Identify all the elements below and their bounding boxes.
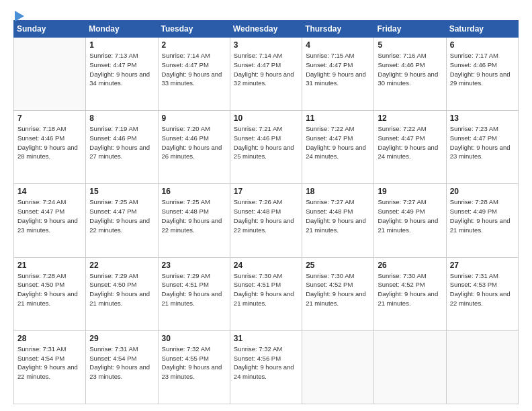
sunrise-text: Sunrise: 7:14 AM (162, 51, 226, 60)
calendar-cell (446, 330, 518, 404)
calendar-cell: 29 Sunrise: 7:31 AM Sunset: 4:54 PM Dayl… (86, 330, 158, 404)
col-header-monday: Monday (86, 21, 158, 38)
sunrise-text: Sunrise: 7:19 AM (89, 124, 154, 134)
sunrise-text: Sunrise: 7:27 AM (378, 197, 442, 207)
sunrise-text: Sunrise: 7:30 AM (234, 271, 298, 281)
sunrise-text: Sunrise: 7:31 AM (89, 345, 154, 354)
calendar-cell: 12 Sunrise: 7:22 AM Sunset: 4:47 PM Dayl… (374, 111, 446, 184)
page: SundayMondayTuesdayWednesdayThursdayFrid… (0, 0, 532, 411)
col-header-saturday: Saturday (446, 21, 518, 38)
calendar-week-row: 21 Sunrise: 7:28 AM Sunset: 4:50 PM Dayl… (14, 257, 519, 330)
sunset-text: Sunset: 4:47 PM (17, 207, 82, 216)
daylight-text: Daylight: 9 hours and 22 minutes. (450, 289, 515, 308)
daylight-text: Daylight: 9 hours and 29 minutes. (450, 70, 515, 89)
day-number: 25 (306, 261, 370, 270)
calendar-cell: 18 Sunrise: 7:27 AM Sunset: 4:48 PM Dayl… (302, 184, 374, 257)
sunset-text: Sunset: 4:47 PM (306, 134, 370, 143)
calendar-cell: 27 Sunrise: 7:31 AM Sunset: 4:53 PM Dayl… (446, 257, 518, 330)
sunset-text: Sunset: 4:49 PM (378, 207, 442, 216)
calendar-cell (374, 330, 446, 404)
calendar-cell: 6 Sunrise: 7:17 AM Sunset: 4:46 PM Dayli… (446, 38, 518, 111)
calendar-cell: 17 Sunrise: 7:26 AM Sunset: 4:48 PM Dayl… (230, 184, 302, 257)
day-number: 20 (450, 187, 515, 196)
sunset-text: Sunset: 4:48 PM (162, 207, 226, 216)
sunrise-text: Sunrise: 7:28 AM (450, 197, 515, 207)
day-number: 19 (378, 187, 442, 196)
day-number: 16 (162, 187, 226, 196)
sunset-text: Sunset: 4:51 PM (162, 280, 226, 289)
day-number: 27 (450, 261, 515, 270)
calendar-cell: 25 Sunrise: 7:30 AM Sunset: 4:52 PM Dayl… (302, 257, 374, 330)
calendar-cell: 2 Sunrise: 7:14 AM Sunset: 4:47 PM Dayli… (158, 38, 230, 111)
calendar-week-row: 7 Sunrise: 7:18 AM Sunset: 4:46 PM Dayli… (14, 111, 519, 184)
day-number: 26 (378, 261, 442, 270)
day-number: 10 (234, 113, 298, 123)
sunrise-text: Sunrise: 7:21 AM (234, 124, 298, 134)
calendar-cell: 9 Sunrise: 7:20 AM Sunset: 4:46 PM Dayli… (158, 111, 230, 184)
daylight-text: Daylight: 9 hours and 21 minutes. (378, 289, 442, 308)
calendar-cell: 13 Sunrise: 7:23 AM Sunset: 4:47 PM Dayl… (446, 111, 518, 184)
daylight-text: Daylight: 9 hours and 21 minutes. (234, 289, 298, 308)
sunset-text: Sunset: 4:52 PM (306, 280, 370, 289)
sunrise-text: Sunrise: 7:20 AM (162, 124, 226, 134)
day-number: 5 (378, 40, 442, 50)
day-number: 22 (89, 261, 154, 270)
daylight-text: Daylight: 9 hours and 23 minutes. (17, 216, 82, 235)
daylight-text: Daylight: 9 hours and 21 minutes. (17, 289, 82, 308)
sunrise-text: Sunrise: 7:30 AM (306, 271, 370, 281)
sunset-text: Sunset: 4:56 PM (234, 354, 298, 363)
day-number: 11 (306, 113, 370, 123)
calendar-header-row: SundayMondayTuesdayWednesdayThursdayFrid… (14, 21, 519, 38)
sunset-text: Sunset: 4:49 PM (450, 207, 515, 216)
calendar-cell: 21 Sunrise: 7:28 AM Sunset: 4:50 PM Dayl… (14, 257, 86, 330)
sunset-text: Sunset: 4:46 PM (89, 134, 154, 143)
sunrise-text: Sunrise: 7:16 AM (378, 51, 442, 60)
day-number: 23 (162, 261, 226, 270)
calendar-table: SundayMondayTuesdayWednesdayThursdayFrid… (13, 20, 519, 404)
daylight-text: Daylight: 9 hours and 21 minutes. (162, 289, 226, 308)
daylight-text: Daylight: 9 hours and 31 minutes. (306, 70, 370, 89)
sunset-text: Sunset: 4:47 PM (378, 134, 442, 143)
daylight-text: Daylight: 9 hours and 21 minutes. (306, 216, 370, 235)
col-header-sunday: Sunday (14, 21, 86, 38)
day-number: 8 (89, 113, 154, 123)
sunrise-text: Sunrise: 7:22 AM (378, 124, 442, 134)
day-number: 31 (234, 334, 298, 343)
daylight-text: Daylight: 9 hours and 22 minutes. (234, 216, 298, 235)
calendar-cell: 23 Sunrise: 7:29 AM Sunset: 4:51 PM Dayl… (158, 257, 230, 330)
calendar-cell: 11 Sunrise: 7:22 AM Sunset: 4:47 PM Dayl… (302, 111, 374, 184)
svg-marker-0 (15, 11, 24, 21)
logo-flag-icon (13, 11, 26, 23)
daylight-text: Daylight: 9 hours and 30 minutes. (378, 70, 442, 89)
sunrise-text: Sunrise: 7:29 AM (89, 271, 154, 281)
sunrise-text: Sunrise: 7:31 AM (17, 345, 82, 354)
day-number: 13 (450, 113, 515, 123)
sunset-text: Sunset: 4:47 PM (162, 60, 226, 70)
sunrise-text: Sunrise: 7:17 AM (450, 51, 515, 60)
sunset-text: Sunset: 4:54 PM (17, 354, 82, 363)
daylight-text: Daylight: 9 hours and 24 minutes. (306, 143, 370, 162)
sunset-text: Sunset: 4:46 PM (17, 134, 82, 143)
day-number: 14 (17, 187, 82, 196)
day-number: 6 (450, 40, 515, 50)
sunset-text: Sunset: 4:46 PM (234, 134, 298, 143)
calendar-cell (302, 330, 374, 404)
sunrise-text: Sunrise: 7:15 AM (306, 51, 370, 60)
daylight-text: Daylight: 9 hours and 24 minutes. (378, 143, 442, 162)
daylight-text: Daylight: 9 hours and 21 minutes. (306, 289, 370, 308)
day-number: 28 (17, 334, 82, 343)
calendar-cell: 5 Sunrise: 7:16 AM Sunset: 4:46 PM Dayli… (374, 38, 446, 111)
sunrise-text: Sunrise: 7:25 AM (89, 197, 154, 207)
sunset-text: Sunset: 4:47 PM (89, 60, 154, 70)
day-number: 24 (234, 261, 298, 270)
sunset-text: Sunset: 4:55 PM (162, 354, 226, 363)
calendar-cell: 20 Sunrise: 7:28 AM Sunset: 4:49 PM Dayl… (446, 184, 518, 257)
col-header-thursday: Thursday (302, 21, 374, 38)
sunrise-text: Sunrise: 7:24 AM (17, 197, 82, 207)
sunrise-text: Sunrise: 7:14 AM (234, 51, 298, 60)
day-number: 21 (17, 261, 82, 270)
daylight-text: Daylight: 9 hours and 28 minutes. (17, 143, 82, 162)
daylight-text: Daylight: 9 hours and 24 minutes. (234, 363, 298, 381)
sunset-text: Sunset: 4:52 PM (378, 280, 442, 289)
calendar-cell: 16 Sunrise: 7:25 AM Sunset: 4:48 PM Dayl… (158, 184, 230, 257)
